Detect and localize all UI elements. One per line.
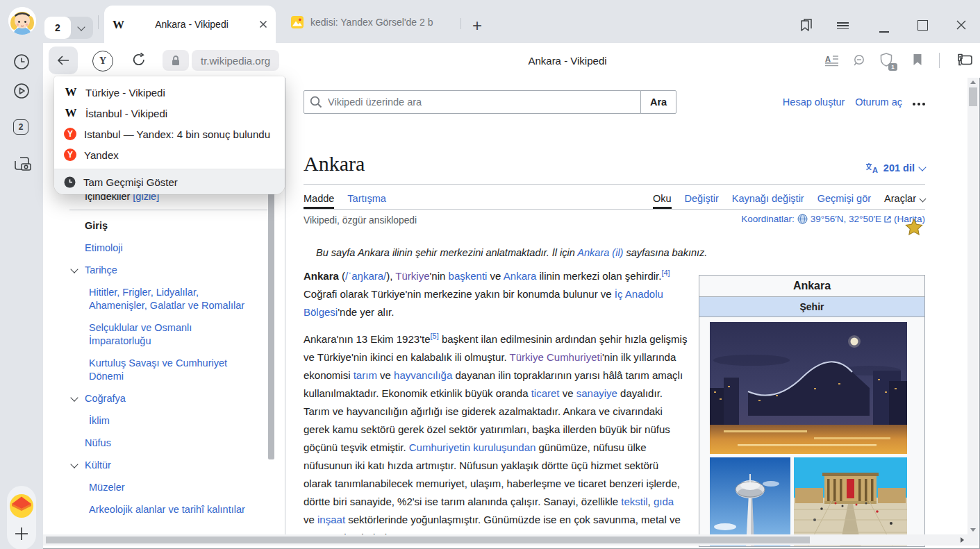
tab-kedisi[interactable]: kedisi: Yandex Görsel'de 2 b [281, 10, 459, 35]
history-item[interactable]: Wİstanbul - Vikipedi [54, 103, 285, 124]
avatar-girl-icon [8, 7, 36, 35]
back-button[interactable] [49, 47, 78, 74]
text-segment: ve [560, 387, 576, 399]
minimize-button[interactable] [876, 17, 892, 40]
toc-item[interactable]: Giriş [69, 219, 257, 233]
vertical-scroll-thumb[interactable] [969, 87, 977, 106]
scroll-down-arrow[interactable] [970, 528, 976, 532]
tab-counter[interactable]: 2 [44, 17, 93, 39]
wiki-link[interactable]: başkenti [449, 270, 488, 282]
scroll-right-arrow[interactable] [961, 537, 964, 543]
toc-item[interactable]: Arkeolojik alanlar ve tarihî kalıntılar [69, 503, 250, 516]
coordinates-label[interactable]: Koordinatlar: [741, 214, 795, 224]
toc-item[interactable]: Etimoloji [69, 242, 257, 255]
new-tab-button[interactable]: + [467, 15, 488, 36]
protect-button[interactable]: 1 [880, 53, 894, 68]
reader-mode-button[interactable]: A [825, 54, 839, 67]
tab-count-value: 2 [44, 17, 71, 39]
history-item[interactable]: YYandex [54, 144, 285, 165]
history-panel-button[interactable] [13, 53, 30, 70]
chevron-down-icon[interactable] [70, 394, 78, 401]
create-account-link[interactable]: Hesap oluştur [783, 96, 845, 108]
toc-item[interactable]: Selçuklular ve Osmanlı İmparatorluğu [69, 321, 250, 348]
reload-button[interactable] [131, 51, 147, 68]
toc-item-label: Coğrafya [85, 393, 126, 404]
tabs-panel-button[interactable]: 2 [13, 119, 30, 136]
reference-link[interactable]: [4] [661, 269, 670, 277]
site-security-button[interactable] [163, 50, 189, 71]
search-button[interactable]: Ara [640, 90, 676, 114]
toc-item[interactable]: Nüfus [69, 437, 257, 450]
tab-ankara[interactable]: W Ankara - Vikipedi [104, 6, 276, 43]
text-segment: Ankara'nın 13 Ekim 1923'te [304, 333, 431, 345]
infobox-image-anitkabir[interactable] [794, 457, 907, 547]
tab-madde[interactable]: Madde [304, 193, 334, 209]
toc-item[interactable]: Müzeler [69, 481, 250, 494]
vertical-scrollbar[interactable] [967, 78, 979, 534]
search-input[interactable] [304, 90, 641, 114]
wiki-link[interactable]: sanayiye [576, 387, 617, 399]
coordinates-value[interactable]: 39°56′N, 32°50′E [811, 214, 881, 224]
tab-gecmisi-gor[interactable]: Geçmişi gör [817, 193, 871, 209]
scroll-up-arrow[interactable] [970, 81, 976, 84]
passwords-button[interactable] [954, 53, 973, 67]
browser-tab-bar: 2 W Ankara - Vikipedi kedisi: Yandex Gör… [0, 0, 980, 43]
toc-item[interactable]: Hititler, Frigler, Lidyalılar, Ahamenişl… [69, 286, 250, 312]
language-selector[interactable]: A 201 dil [865, 162, 925, 174]
toc-item[interactable]: İklim [69, 414, 250, 428]
wiki-link[interactable]: Ankara (il) [577, 247, 623, 258]
bookmarks-panel-button[interactable] [798, 17, 815, 33]
wiki-link[interactable]: ticaret [531, 387, 560, 399]
wiki-link[interactable]: hayvancılığa [394, 369, 452, 381]
close-window-button[interactable] [953, 17, 970, 33]
tab-tartisma[interactable]: Tartışma [347, 193, 386, 209]
reference-link[interactable]: [5] [431, 332, 439, 340]
tab-degistir[interactable]: Değiştir [685, 193, 719, 209]
wiki-link[interactable]: tarım [354, 369, 377, 381]
history-item[interactable]: WTürkiye - Vikipedi [54, 82, 285, 103]
wiki-link[interactable]: Ankara [504, 270, 537, 282]
toc-item[interactable]: Tarihçe [69, 264, 257, 277]
bookmark-button[interactable] [913, 53, 922, 66]
wiki-link[interactable]: inşaat [317, 514, 345, 525]
languages-icon: A [865, 162, 879, 174]
horizontal-scrollbar[interactable] [43, 534, 967, 546]
add-service-button[interactable] [15, 527, 28, 541]
show-full-history-item[interactable]: Tam Geçmişi Göster [54, 169, 285, 194]
yandex-mail-button[interactable] [10, 494, 33, 518]
wiki-link[interactable]: Türkiye Cumhuriyeti [510, 351, 602, 363]
horizontal-scroll-thumb[interactable] [46, 537, 810, 543]
wiki-link[interactable]: gıda [654, 496, 674, 507]
toc-item[interactable]: Kurtuluş Savaşı ve Cumhuriyet Dönemi [69, 357, 250, 383]
chevron-down-icon[interactable] [70, 265, 78, 273]
tab-kaynagi-degistir[interactable]: Kaynağı değiştir [732, 193, 804, 209]
media-panel-button[interactable] [13, 83, 30, 99]
zoom-button[interactable] [853, 54, 865, 67]
wiki-link[interactable]: tekstil [621, 496, 647, 507]
wiki-link[interactable]: /ˈaŋkara/ [345, 270, 386, 282]
tools-menu[interactable]: Araçlar [884, 193, 925, 209]
history-item[interactable]: YIstanbul — Yandex: 4 bin sonuç bulundu [54, 124, 285, 144]
ellipsis-menu-icon[interactable] [913, 99, 925, 105]
yandex-services-button[interactable]: Y [92, 51, 113, 71]
globe-icon [797, 214, 808, 224]
wiki-search: Ara [304, 90, 676, 114]
infobox-image-atakule-tower[interactable] [710, 457, 790, 547]
toc-scrollbar[interactable] [268, 193, 274, 459]
toc-item[interactable]: Kültür [69, 459, 257, 472]
text-segment: ve [377, 369, 394, 381]
profile-avatar[interactable] [8, 7, 36, 35]
tab-oku[interactable]: Oku [653, 193, 672, 209]
infobox-image-ankara-skyline-night[interactable] [710, 322, 914, 454]
maximize-button[interactable] [914, 17, 931, 33]
featured-article-star-icon[interactable] [905, 218, 923, 236]
login-link[interactable]: Oturum aç [855, 96, 902, 108]
tab-close-icon[interactable] [259, 20, 267, 28]
address-bar[interactable]: tr.wikipedia.org [192, 50, 279, 71]
wiki-link[interactable]: Türkiye [395, 270, 429, 282]
browser-menu-button[interactable] [837, 17, 854, 37]
chevron-down-icon[interactable] [70, 460, 78, 468]
wiki-link[interactable]: Cumhuriyetin kuruluşundan [409, 441, 536, 453]
toc-item[interactable]: Coğrafya [69, 392, 257, 405]
screenshot-button[interactable] [13, 155, 30, 172]
